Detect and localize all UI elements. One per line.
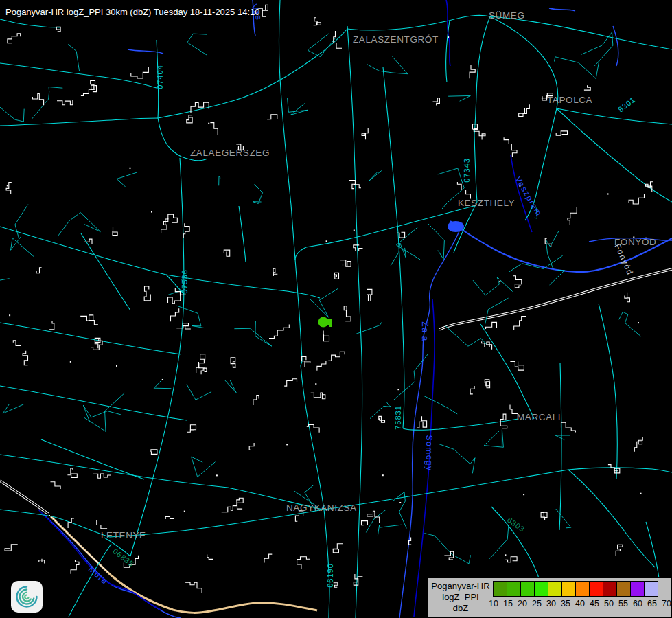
legend-tick: 45: [590, 599, 599, 608]
minor-road: [225, 380, 236, 393]
map-dot: [354, 230, 355, 231]
city-label-marcali: MARCALI: [517, 412, 561, 422]
settlement-outline: [328, 352, 345, 360]
settlement-outline: [354, 574, 362, 585]
minor-road: [68, 44, 79, 71]
settlement-outline: [57, 100, 73, 105]
legend-cell-10: [493, 581, 507, 597]
minor-road: [177, 306, 205, 328]
legend-tick: 25: [532, 599, 542, 608]
map-dot: [116, 365, 117, 367]
legend-tick: 65: [647, 599, 657, 608]
city-label-letenye: LETENYE: [101, 530, 146, 540]
settlement-outline: [23, 351, 27, 365]
legend-product-label: logZ_PPI: [428, 592, 493, 603]
settlement-outline: [629, 194, 644, 204]
legend-tick: 15: [503, 599, 513, 608]
map-dot: [315, 383, 316, 385]
minor-road: [424, 396, 458, 414]
settlement-outline: [645, 182, 653, 192]
settlement-outline: [210, 123, 218, 135]
legend-cell-25: [534, 581, 548, 597]
settlement-outline: [519, 104, 530, 116]
map-dot: [151, 211, 152, 213]
lake-kisbalaton: [448, 221, 464, 232]
minor-road: [485, 298, 509, 325]
minor-road: [424, 534, 470, 564]
settlement-outline: [249, 443, 254, 450]
legend-cell-40: [575, 581, 590, 597]
settlement-outline: [80, 315, 98, 325]
settlement-outline: [344, 306, 351, 321]
settlement-outline: [505, 557, 517, 562]
minor-road: [3, 404, 23, 414]
road-number-label: 07404: [156, 65, 164, 89]
minor-road: [378, 525, 401, 536]
settlement-outline: [584, 85, 590, 90]
settlement-outline: [264, 554, 272, 563]
legend-cell-30: [548, 581, 562, 597]
settlement-outline: [13, 341, 21, 346]
map-dot: [505, 554, 506, 556]
minor-road: [556, 509, 571, 528]
minor-road: [473, 277, 513, 295]
settlement-outline: [510, 361, 524, 370]
settlement-outline: [541, 512, 547, 520]
map-dot: [399, 502, 401, 503]
map-dot: [448, 36, 449, 38]
legend-cell-55: [616, 581, 631, 597]
settlement-outline: [302, 356, 310, 367]
legend-tick: 50: [604, 599, 614, 608]
settlement-outline: [332, 544, 343, 553]
minor-roads-layer: [0, 32, 641, 564]
borders-layer: [38, 0, 532, 617]
settlement-outline: [616, 545, 623, 556]
map-dot: [70, 361, 71, 363]
logo-background: [11, 581, 43, 613]
settlement-outline: [273, 268, 277, 276]
settlement-outline: [231, 358, 236, 367]
city-label-keszthely: KESZTHELY: [458, 198, 515, 208]
map-dot: [523, 494, 524, 495]
settlement-outline: [323, 331, 329, 341]
minor-road: [489, 526, 509, 559]
city-label-zalaszentgrót: ZALASZENTGRÓT: [353, 34, 439, 45]
minor-road: [187, 34, 207, 55]
legend-tick: 30: [546, 599, 556, 608]
map-dot: [130, 168, 131, 169]
settlement-outline: [39, 559, 45, 564]
region-label: Zala: [420, 321, 430, 341]
city-label-sümeg: SÜMEG: [489, 10, 525, 21]
settlement-outline: [236, 498, 243, 509]
settlement-outline: [486, 322, 497, 329]
settlement-outline: [176, 323, 191, 329]
radar-echo: [318, 317, 332, 328]
city-label-zalaegerszeg: ZALAEGERSZEG: [190, 148, 270, 158]
settlement-outline: [171, 308, 179, 321]
settlement-outline: [97, 520, 107, 529]
legend-tick: 60: [633, 599, 642, 608]
minor-road: [117, 172, 137, 187]
settlement-outline: [187, 425, 196, 432]
settlement-outline: [334, 31, 342, 48]
settlement-outline: [362, 128, 368, 139]
settlement-outline: [5, 545, 18, 551]
minor-road: [428, 224, 444, 260]
legend-cell-15: [507, 581, 521, 597]
settlement-outline: [433, 98, 440, 106]
minor-road: [11, 236, 34, 256]
settlement-outline: [568, 207, 577, 225]
legend-tick: 40: [575, 599, 585, 608]
minor-road: [619, 312, 641, 336]
settlement-outline: [81, 86, 97, 96]
radar-display: Poganyvar-HR logZ_PPI 30km (dbZ) Tuesday…: [0, 0, 672, 618]
minor-road: [369, 171, 382, 181]
legend-tick: 35: [561, 599, 570, 608]
minor-road: [253, 185, 263, 204]
settlement-outline: [379, 416, 385, 422]
minor-road: [555, 435, 570, 440]
map-dot: [638, 322, 639, 323]
settlement-outline: [417, 416, 427, 428]
settlement-outline: [6, 183, 12, 194]
road-number-label: 06190: [326, 563, 334, 588]
